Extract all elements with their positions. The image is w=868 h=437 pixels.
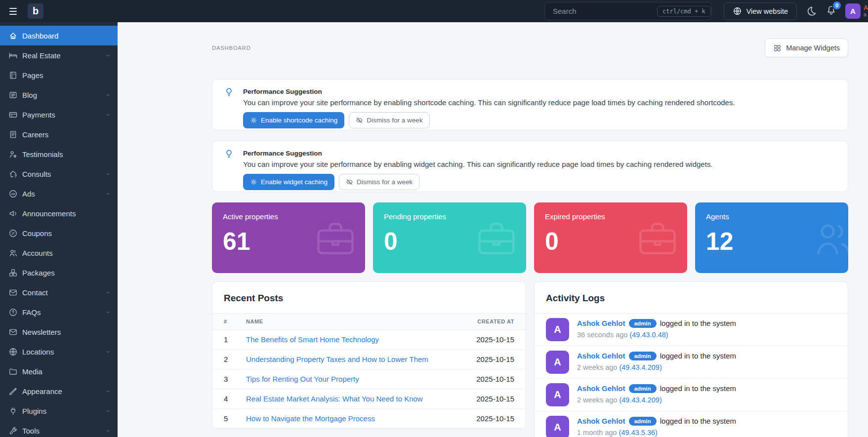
post-link[interactable]: Understanding Property Taxes and How to … [246,355,428,363]
home-question-icon [8,169,18,179]
eye-off-icon [346,178,353,186]
chevron-down-icon [105,428,111,434]
activity-action: logged in to the system [660,319,736,327]
stat-card-agents: Agents 12 [695,202,848,273]
post-link[interactable]: The Benefits of Smart Home Technology [246,335,379,344]
sidebar-item-ads[interactable]: ADAds [0,184,118,203]
sidebar-item-label: Newsletters [22,328,111,336]
avatar: A [546,351,569,374]
users-icon [810,215,848,263]
menu-icon[interactable] [9,6,20,17]
avatar: A [546,383,569,406]
sidebar-item-dashboard[interactable]: Dashboard [0,26,118,45]
moon-icon[interactable] [806,5,817,17]
post-number: 5 [212,409,235,429]
post-created-at: 2025-10-15 [459,350,526,369]
sidebar-item-announcements[interactable]: Announcements [0,203,118,223]
sidebar-item-careers[interactable]: Careers [0,124,118,144]
sidebar-item-locations[interactable]: Locations [0,342,118,361]
chevron-down-icon [105,191,111,197]
user-link[interactable]: Ashok Gehlot [577,352,625,360]
activity-time: 2 weeks ago [577,396,617,404]
notifications-button[interactable]: 0 [826,4,837,18]
global-search: ctrl/cmd + k [544,2,712,20]
view-website-button[interactable]: View website [724,2,797,20]
post-number: 2 [212,350,235,369]
eye-off-icon [356,117,363,124]
activity-ip: (49.43.4.209) [619,396,661,404]
news-icon [8,130,18,139]
manage-widgets-button[interactable]: Manage Widgets [765,39,848,57]
enable-shortcode-caching-button[interactable]: Enable shortcode caching [243,112,344,128]
column-header-created-at: CREATED AT [459,314,526,330]
sidebar-item-faqs[interactable]: FAQs [0,302,118,322]
search-input[interactable] [545,2,657,20]
activity-time: 1 month ago [577,429,617,437]
post-link[interactable]: Tips for Renting Out Your Property [246,375,359,383]
article-icon [8,90,18,100]
activity-log-item: AAshok Gehlot admin logged in to the sys… [535,379,848,411]
sidebar-item-label: Media [22,367,111,376]
sidebar-item-coupons[interactable]: Coupons [0,223,118,243]
svg-text:AD: AD [11,192,15,195]
sidebar-item-label: Locations [22,348,101,356]
post-created-at: 2025-10-15 [459,409,526,429]
post-link[interactable]: How to Navigate the Mortgage Process [246,414,375,423]
dismiss-button[interactable]: Dismiss for a week [339,174,419,190]
role-badge: admin [629,384,657,393]
dismiss-button[interactable]: Dismiss for a week [349,112,429,128]
role-badge: admin [629,319,657,328]
sidebar-item-label: Consults [22,170,101,178]
sidebar-item-real-estate[interactable]: Real Estate [0,45,118,65]
tool-icon [8,426,18,436]
post-created-at: 2025-10-15 [459,389,526,409]
performance-suggestion-card: Performance Suggestion You can improve y… [212,141,848,192]
sidebar-item-accounts[interactable]: Accounts [0,243,118,263]
recent-posts-title: Recent Posts [212,282,526,313]
view-website-label: View website [746,7,788,15]
activity-time: 36 seconds ago [577,331,627,339]
activity-log-item: AAshok Gehlot admin logged in to the sys… [535,314,848,346]
sidebar-item-label: Packages [22,269,111,277]
sidebar-item-label: Contact [22,288,101,297]
chevron-down-icon [105,389,111,394]
performance-suggestion-card: Performance Suggestion You can improve y… [212,79,848,130]
role-badge: admin [629,417,657,426]
user-avatar[interactable]: A [845,3,861,19]
sidebar-item-label: Careers [22,130,111,139]
post-created-at: 2025-10-15 [459,330,526,350]
role-badge: admin [629,352,657,360]
activity-logs-title: Activity Logs [535,282,848,313]
sidebar-item-testimonials[interactable]: Testimonials [0,144,118,164]
search-shortcut-hint: ctrl/cmd + k [657,6,711,17]
enable-widget-caching-button[interactable]: Enable widget caching [243,174,334,190]
activity-ip: (49.43.4.209) [619,363,661,371]
sidebar-item-label: Plugins [22,407,101,415]
chevron-down-icon [105,310,111,315]
sidebar-item-contact[interactable]: Contact [0,282,118,302]
post-link[interactable]: Real Estate Market Analysis: What You Ne… [246,395,423,403]
sidebar-item-tools[interactable]: Tools [0,421,118,437]
sidebar-item-plugins[interactable]: Plugins [0,401,118,421]
sidebar-item-consults[interactable]: Consults [0,164,118,184]
folder-icon [8,367,18,376]
column-header-name: NAME [235,314,459,330]
sidebar-item-newsletters[interactable]: Newsletters [0,322,118,342]
sidebar-item-pages[interactable]: Pages [0,65,118,85]
user-link[interactable]: Ashok Gehlot [577,319,625,327]
ad-icon: AD [8,189,18,199]
app-logo[interactable]: b [28,3,43,19]
sidebar-item-blog[interactable]: Blog [0,85,118,105]
sidebar-item-appearance[interactable]: Appearance [0,381,118,401]
user-link[interactable]: Ashok Gehlot [577,417,625,425]
sidebar-item-payments[interactable]: Payments [0,105,118,124]
sidebar-item-label: Pages [22,71,111,79]
sidebar-item-media[interactable]: Media [0,361,118,381]
layout-grid-icon [773,44,782,52]
user-link[interactable]: Ashok Gehlot [577,384,625,393]
post-number: 1 [212,330,235,350]
brush-icon [8,387,18,396]
sidebar-item-packages[interactable]: Packages [0,263,118,282]
briefcase-icon [635,215,680,263]
recent-posts-panel: Recent Posts # NAME CREATED AT 1The Bene… [212,281,526,429]
